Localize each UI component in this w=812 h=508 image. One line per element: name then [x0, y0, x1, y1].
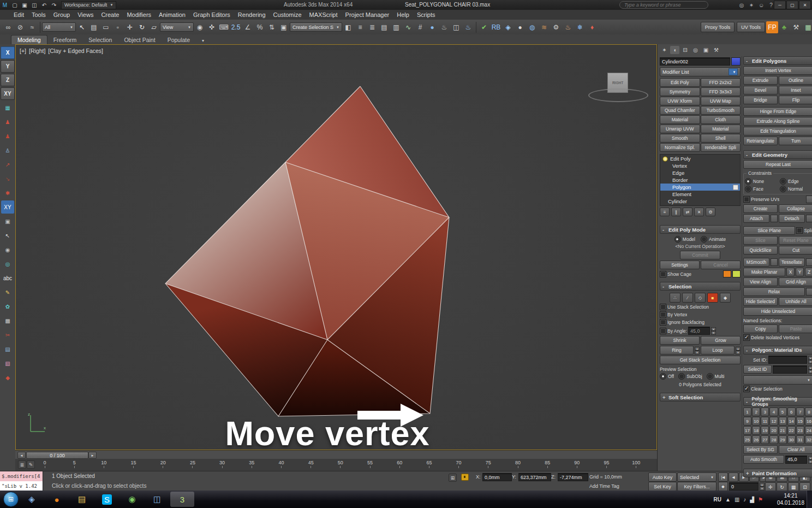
start-button[interactable]: ⊞ — [3, 492, 19, 507]
tray-network-icon[interactable]: ▟ — [750, 497, 754, 503]
smoothing-group-button[interactable]: 21 — [779, 426, 787, 435]
taskbar-clock[interactable]: 14:21 04.01.2018 — [777, 492, 804, 506]
ribbon-tab[interactable]: Populate — [162, 36, 196, 44]
keyboard-override-icon[interactable]: ⌨ — [218, 21, 230, 33]
menu-item[interactable]: Customize — [270, 10, 306, 20]
edge-sub-object-icon[interactable]: ∕ — [682, 293, 693, 303]
smoothing-group-button[interactable]: 28 — [769, 435, 778, 444]
checker-tool-icon[interactable]: ▩ — [1, 314, 14, 327]
edit-triangulation-button[interactable]: Edit Triangulation — [743, 127, 812, 135]
window-crossing-icon[interactable]: ▫ — [112, 21, 124, 33]
menu-item[interactable]: Scripts — [413, 10, 439, 20]
stack-subitem[interactable]: Element — [660, 191, 740, 198]
wheel-tool-icon[interactable]: ◎ — [1, 257, 14, 270]
menu-item[interactable]: MAXScript — [306, 10, 342, 20]
menu-item[interactable]: Views — [74, 10, 97, 20]
previous-frame-button[interactable]: ◀ — [729, 472, 738, 482]
show-desktop-button[interactable] — [807, 491, 812, 508]
modifier-preset-button[interactable]: Material — [701, 125, 741, 133]
delete-isolated-vertices-checkbox[interactable]: ✓ — [743, 334, 750, 341]
cylinder-tool-icon[interactable]: ◆ — [1, 371, 14, 384]
radio-constraint-normal[interactable]: Normal — [780, 186, 811, 192]
ribbon-tab[interactable]: Object Paint — [118, 36, 161, 44]
utilities-tab-icon[interactable]: ⚒ — [712, 46, 721, 54]
insert-vertex-button[interactable]: Insert Vertex — [743, 66, 812, 75]
smoothing-group-button[interactable]: 6 — [787, 407, 796, 416]
trackbar-filter-icon[interactable]: ✎ — [27, 460, 35, 469]
remove-modifier-icon[interactable]: ✕ — [694, 208, 704, 216]
spinner-snap-icon[interactable]: ⇅ — [266, 21, 278, 33]
slice-plane-button[interactable]: Slice Plane — [743, 226, 795, 235]
stack-subitem[interactable]: Vertex — [660, 162, 740, 169]
flip-button[interactable]: Flip — [779, 96, 812, 104]
smoothing-group-button[interactable]: 14 — [787, 417, 796, 426]
smoothing-group-button[interactable]: 18 — [752, 426, 760, 435]
smoothing-group-button[interactable]: 15 — [796, 417, 804, 426]
hierarchy-tab-icon[interactable]: ⊟ — [680, 46, 690, 54]
shrink-button[interactable]: Shrink — [660, 336, 700, 345]
viewport-label[interactable]: [+] [Right] [Clay + Edged Faces] — [20, 48, 103, 54]
tray-alert-icon[interactable]: ⚑ — [758, 497, 763, 503]
arrow-up-tool-icon[interactable]: ↗ — [1, 158, 14, 171]
by-angle-spinner[interactable]: ▲▼ — [711, 327, 716, 334]
radio-preview-off[interactable]: Off — [660, 373, 674, 380]
turn-button[interactable]: Turn — [779, 137, 812, 145]
plugin-teapot-icon[interactable]: ♨ — [562, 21, 574, 33]
key-filters-button[interactable]: Key Filters... — [677, 482, 717, 491]
smoothing-group-button[interactable]: 24 — [805, 426, 812, 435]
figure-blue-tool-icon[interactable]: ♙ — [1, 144, 14, 157]
rect-selection-region-icon[interactable]: ▭ — [100, 21, 112, 33]
select-id-button[interactable]: Select ID — [743, 365, 772, 374]
proxy-tools-button[interactable]: Proxy Tools — [701, 22, 735, 32]
visibility-bulb-icon[interactable] — [662, 156, 668, 162]
search-submit-icon[interactable]: ◎ — [737, 1, 747, 9]
mini-curve-editor-icon[interactable]: ≣ — [18, 460, 26, 469]
render-setup-icon[interactable]: ♨ — [438, 21, 450, 33]
smoothing-group-button[interactable]: 22 — [787, 426, 796, 435]
arrow-down-tool-icon[interactable]: ↘ — [1, 172, 14, 185]
planar-y-button[interactable]: Y — [796, 268, 804, 276]
fp-tool-icon[interactable]: FP — [766, 21, 778, 33]
loop-spinner[interactable]: ▲▼ — [736, 347, 741, 354]
select-and-scale-icon[interactable]: ▱ — [148, 21, 160, 33]
current-frame-field[interactable]: 0 — [729, 482, 759, 491]
open-file-icon[interactable]: ▣ — [20, 1, 29, 9]
material-id-name-dropdown[interactable]: ▼ — [743, 375, 812, 385]
scissors-tool-icon[interactable]: ✂ — [1, 328, 14, 341]
constraint-z-button[interactable]: Z — [1, 74, 15, 86]
make-unique-icon[interactable]: ⇄ — [683, 208, 692, 216]
taskbar-folder-icon[interactable]: ▤ — [70, 492, 94, 507]
plugin-pipes-icon[interactable]: ≋ — [538, 21, 550, 33]
display-tab-icon[interactable]: ▣ — [701, 46, 710, 54]
abc-tool-icon[interactable]: abc — [1, 271, 14, 285]
frame-spinner[interactable]: ▲▼ — [760, 483, 765, 490]
bind-to-spacewarp-icon[interactable]: ≈ — [26, 21, 38, 33]
rollout-edit-poly-mode[interactable]: -Edit Poly Mode — [660, 225, 741, 234]
radio-constraint-face[interactable]: Face — [745, 186, 777, 192]
layer-manager-icon[interactable]: ≣ — [366, 21, 378, 33]
ribbon-options-icon[interactable]: ▾ — [196, 37, 210, 44]
select-id-field[interactable] — [773, 365, 807, 374]
taskbar-chrome-icon[interactable]: ◉ — [120, 492, 144, 507]
outline-button[interactable]: Outline — [779, 76, 812, 85]
named-selection-sets-dropdown[interactable]: Create Selection S▼ — [290, 22, 342, 32]
attach-settings-box[interactable] — [771, 215, 778, 222]
viewport-view-label[interactable]: [Right] — [29, 48, 45, 54]
grid-tool-icon[interactable]: ▦ — [802, 21, 812, 33]
bevel-button[interactable]: Bevel — [743, 86, 778, 94]
stack-subitem[interactable]: Edge — [660, 169, 740, 176]
smoothing-group-button[interactable]: 12 — [769, 417, 778, 426]
planar-z-button[interactable]: Z — [805, 268, 812, 276]
tray-display-icon[interactable]: ▥ — [735, 497, 739, 503]
object-name-field[interactable]: Cylinder002 — [660, 57, 730, 66]
mirror-icon[interactable]: ◧ — [342, 21, 354, 33]
reference-coordinate-dropdown[interactable]: View▼ — [160, 22, 194, 32]
auto-smooth-spinner[interactable]: ▲▼ — [808, 456, 812, 463]
render-production-icon[interactable]: ♨ — [462, 21, 474, 33]
select-by-name-icon[interactable]: ▤ — [88, 21, 100, 33]
eye-tool-icon[interactable]: ◉ — [1, 243, 14, 256]
workspace-dropdown[interactable]: Workspace: Default ▼ — [61, 1, 116, 9]
view-align-button[interactable]: View Align — [743, 277, 778, 286]
smoothing-group-button[interactable]: 1 — [743, 407, 751, 416]
paste-button[interactable]: Paste — [779, 324, 812, 333]
